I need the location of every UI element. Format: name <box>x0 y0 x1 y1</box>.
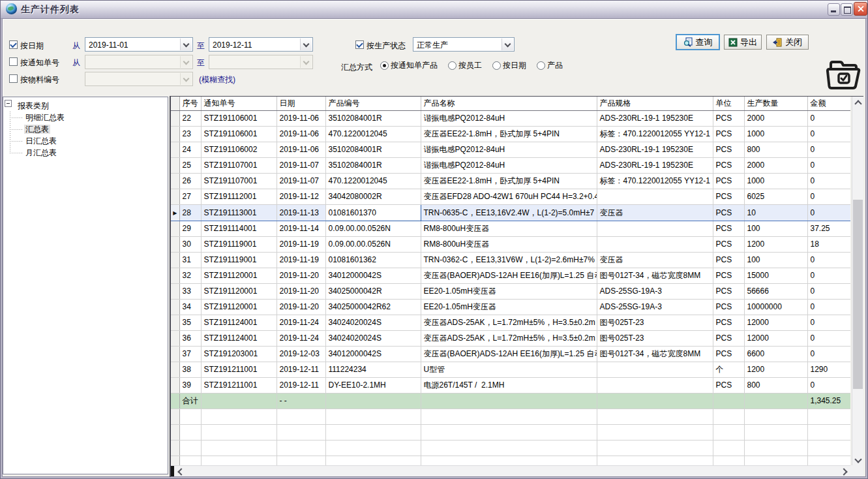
grid-cell[interactable]: STZ191106001 <box>201 111 277 127</box>
table-row[interactable]: 25STZ1911070012019-11-0735102084001R谐振电感… <box>171 158 850 174</box>
table-row[interactable]: 23STZ1911060012019-11-06470.1220012045变压… <box>171 127 850 142</box>
grid-cell[interactable] <box>179 456 201 466</box>
grid-cell[interactable]: 0 <box>807 315 850 331</box>
table-row[interactable]: 39STZ1912110012019-12-11DY-EE10-2.1MH电源2… <box>171 378 850 394</box>
grid-cell[interactable]: 2019-11-14 <box>277 221 325 237</box>
grid-cell[interactable]: 2019-12-11 <box>277 362 325 378</box>
vertical-scrollbar[interactable] <box>852 97 863 465</box>
grid-cell[interactable]: STZ191120001 <box>201 268 277 284</box>
grid-cell[interactable]: PCS <box>713 174 744 189</box>
grid-cell[interactable]: STZ191106002 <box>201 142 277 158</box>
grid-cell[interactable]: 2019-11-06 <box>277 127 325 142</box>
grid-cell[interactable]: 12000 <box>744 315 807 331</box>
grid-cell[interactable]: RM8-800uH变压器 <box>421 221 597 237</box>
grid-cell[interactable]: 2019-11-07 <box>277 158 325 174</box>
grid-cell[interactable]: PCS <box>713 111 744 127</box>
grid-cell[interactable]: 10000000 <box>744 300 807 315</box>
grid-cell[interactable]: PCS <box>713 331 744 347</box>
table-row[interactable]: 36STZ1911240012019-11-2434024020024S变压器A… <box>171 331 850 347</box>
grid-cell[interactable]: 34012000042S <box>325 347 421 362</box>
grid-cell[interactable]: STZ191119001 <box>201 253 277 268</box>
grid-cell[interactable]: PCS <box>713 221 744 237</box>
grid-cell[interactable]: 470.1220012045 <box>325 127 421 142</box>
grid-cell[interactable]: 470.1220012045 <box>325 174 421 189</box>
grid-cell[interactable]: 谐振电感PQ2012-84uH <box>421 142 597 158</box>
table-row[interactable]: 37STZ1912030012019-12-0334012000042S变压器(… <box>171 347 850 362</box>
table-row[interactable]: 33STZ1911200012019-11-2034025000042REE20… <box>171 284 850 300</box>
grid-cell[interactable]: 0 <box>807 127 850 142</box>
grid-cell[interactable]: 0 <box>807 253 850 268</box>
grid-cell[interactable]: STZ191112001 <box>201 189 277 205</box>
grid-cell[interactable]: 标签：470.1220012055 YY12-1 <box>597 127 713 142</box>
grid-cell[interactable]: 6600 <box>744 347 807 362</box>
titlebar[interactable]: 生产计件列表 <box>0 0 868 19</box>
summary-radio-按通知单产品[interactable]: 按通知单产品 <box>380 60 438 71</box>
grid-cell[interactable]: PCS <box>713 158 744 174</box>
grid-cell[interactable]: 27 <box>179 189 201 205</box>
grid-cell[interactable]: 0 <box>807 268 850 284</box>
grid-cell[interactable] <box>277 440 325 456</box>
grid-cell[interactable]: ADS-25SG-19A-3 <box>597 284 713 300</box>
grid-cell[interactable]: PCS <box>713 284 744 300</box>
grid-cell[interactable]: PCS <box>713 189 744 205</box>
grid-cell[interactable]: 0 <box>807 189 850 205</box>
grid-cell[interactable]: 34025000042R <box>325 284 421 300</box>
grid-cell[interactable]: 0 <box>807 174 850 189</box>
grid-cell[interactable]: 56666 <box>744 284 807 300</box>
grid-cell[interactable] <box>597 409 713 425</box>
grid-cell[interactable] <box>421 394 597 409</box>
grid-cell[interactable]: - - <box>277 394 325 409</box>
grid-cell[interactable]: STZ191113001 <box>201 205 277 221</box>
grid-cell[interactable]: 0 <box>807 300 850 315</box>
grid-cell[interactable]: 变压器EE22-1.8mH，卧式加厚 5+4PIN <box>421 127 597 142</box>
grid-cell[interactable]: 2019-12-03 <box>277 347 325 362</box>
grid-cell[interactable]: 25 <box>179 158 201 174</box>
grid-cell[interactable]: 变压器 <box>597 205 713 221</box>
grid-cell[interactable] <box>597 440 713 456</box>
grid-cell[interactable]: 30 <box>179 237 201 253</box>
grid-cell[interactable] <box>201 409 277 425</box>
grid-cell[interactable]: 0 <box>807 205 850 221</box>
summary-radio-按员工[interactable]: 按员工 <box>448 60 482 71</box>
grid-cell[interactable]: 2019-12-11 <box>277 378 325 394</box>
grid-cell[interactable] <box>807 425 850 440</box>
grid-cell[interactable]: 变压器ADS-25AK，L=1.72mH±5%，H=3.5±0.2m <box>421 331 597 347</box>
grid-cell[interactable] <box>807 456 850 466</box>
grid-cell[interactable]: PCS <box>713 268 744 284</box>
grid-cell[interactable] <box>325 425 421 440</box>
table-row[interactable]: 26STZ1911070012019-11-07470.1220012045变压… <box>171 174 850 189</box>
grid-cell[interactable] <box>421 440 597 456</box>
horizontal-scroll-thumb[interactable] <box>171 466 174 476</box>
grid-cell[interactable]: 35 <box>179 315 201 331</box>
grid-cell[interactable]: 变压器(BAOER)ADS-12AH EE16(加厚)L=1.25 自动 <box>421 268 597 284</box>
grid-cell[interactable]: 34012000042S <box>325 268 421 284</box>
grid-cell[interactable] <box>807 440 850 456</box>
empty-row[interactable] <box>171 409 850 425</box>
grid-cell[interactable]: 图号025T-23 <box>597 331 713 347</box>
grid-cell[interactable]: 变压器ADS-25AK，L=1.72mH±5%，H=3.5±0.2m <box>421 315 597 331</box>
grid-cell[interactable]: 34025000042R62 <box>325 300 421 315</box>
report-type-tree[interactable]: 报表类别 明细汇总表汇总表日汇总表月汇总表 <box>3 97 168 474</box>
by-status-checkbox[interactable] <box>355 40 364 49</box>
grid-cell[interactable]: 1290 <box>807 362 850 378</box>
grid-cell[interactable]: 个 <box>713 362 744 378</box>
grid-cell[interactable]: 37 <box>179 347 201 362</box>
grid-cell[interactable]: STZ191119001 <box>201 237 277 253</box>
grid-cell[interactable]: 变压器EE22-1.8mH，卧式加厚 5+4PIN <box>421 174 597 189</box>
selected-row[interactable]: ▶28STZ1911130012019-11-1301081601370TRN-… <box>171 205 850 221</box>
grid-cell[interactable]: EE20-1.05mH变压器 <box>421 300 597 315</box>
grid-cell[interactable]: 10 <box>744 205 807 221</box>
tree-item[interactable]: 明细汇总表 <box>3 112 166 123</box>
grid-cell[interactable] <box>325 440 421 456</box>
grid-cell[interactable] <box>713 440 744 456</box>
grid-cell[interactable]: EE20-1.05mH变压器 <box>421 284 597 300</box>
grid-cell[interactable]: PCS <box>713 378 744 394</box>
grid-cell[interactable]: 35102084001R <box>325 111 421 127</box>
grid-cell[interactable]: 0 <box>807 378 850 394</box>
grid-cell[interactable] <box>597 362 713 378</box>
grid-cell[interactable]: PCS <box>713 237 744 253</box>
grid-cell[interactable] <box>713 456 744 466</box>
grid-cell[interactable] <box>179 440 201 456</box>
grid-cell[interactable]: PCS <box>713 142 744 158</box>
grid-cell[interactable]: DY-EE10-2.1MH <box>325 378 421 394</box>
